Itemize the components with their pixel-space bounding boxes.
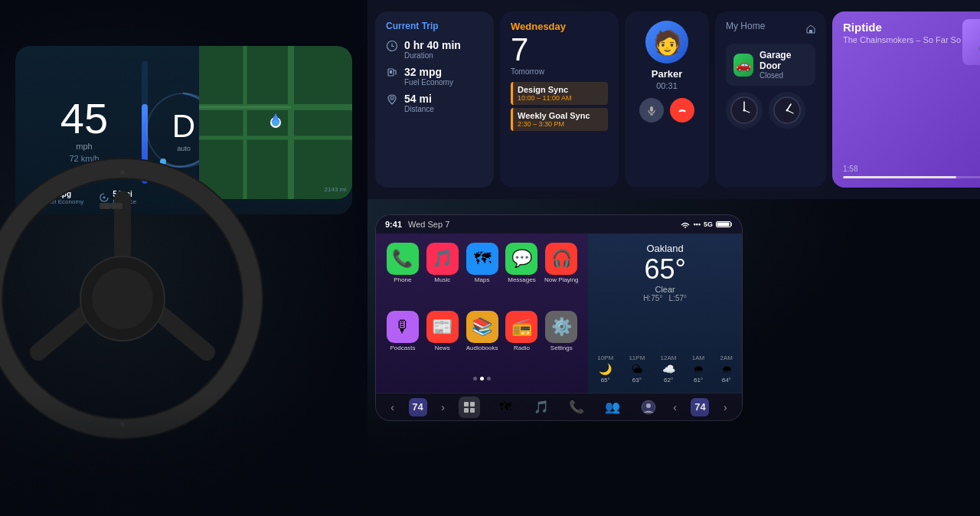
app-icon-img-phone: 📞	[387, 243, 419, 275]
weather-city: Oakland	[597, 243, 733, 254]
calendar-event-2-name: Weekly Goal Sync	[518, 111, 603, 120]
status-date: Wed Sep 7	[408, 220, 449, 229]
forecast-temp: 62°	[664, 377, 673, 384]
app-icon-news[interactable]: 📰 News	[425, 311, 460, 374]
svg-rect-20	[100, 203, 111, 209]
page-dot-1	[473, 377, 477, 380]
speed-unit: mph	[76, 142, 92, 151]
clock-row	[726, 92, 815, 129]
end-call-icon	[677, 105, 688, 116]
forecast-icon: ☁️	[662, 363, 675, 375]
svg-rect-21	[111, 203, 122, 209]
music-progress-bar[interactable]	[843, 176, 980, 178]
status-icons: ▪▪▪ 5G	[681, 220, 733, 228]
svg-point-37	[743, 109, 746, 112]
forecast-10pm: 10PM 🌙 65°	[597, 354, 613, 384]
app-icon-maps[interactable]: 🗺 Maps	[465, 243, 500, 306]
calendar-day-name: Wednesday	[511, 21, 608, 32]
widget-home[interactable]: My Home 🚗 Garage Door Closed	[715, 11, 826, 188]
app-icon-img-music: 🎵	[426, 243, 459, 275]
app-icon-audiobooks[interactable]: 📚 Audiobooks	[465, 311, 500, 374]
page-dots	[385, 374, 579, 384]
app-icon-settings[interactable]: ⚙️ Settings	[544, 311, 579, 374]
svg-rect-30	[650, 106, 653, 112]
app-icon-now-playing[interactable]: 🎧 Now Playing	[544, 243, 579, 306]
app-icon-podcasts[interactable]: 🎙 Podcasts	[385, 311, 420, 374]
network-type: 5G	[704, 220, 713, 228]
calendar-event-2-time: 2:30 – 3:30 PM	[518, 120, 603, 128]
app-icon-phone[interactable]: 📞 Phone	[385, 243, 420, 306]
forecast-icon: 🌥	[632, 363, 642, 375]
music-artist: The Chainsmokers – So Far So Good	[843, 35, 980, 44]
call-controls	[639, 98, 694, 122]
trip-fuel-label: Fuel Economy	[404, 78, 453, 87]
trip-widget-title: Current Trip	[386, 21, 483, 31]
svg-point-22	[120, 170, 125, 175]
analog-clock-1	[726, 92, 763, 129]
garage-door-item[interactable]: 🚗 Garage Door Closed	[726, 44, 815, 86]
app-grid-container: 📞 Phone 🎵 Music 🗺 Maps 💬 Messages 🎧 Now …	[376, 234, 588, 393]
forecast-time: 12AM	[661, 354, 677, 361]
caller-avatar: 🧑	[645, 21, 688, 64]
app-icon-label-radio: Radio	[514, 345, 530, 351]
top-bar: Current Trip 0 hr 40 min Duration 32 mpg…	[368, 0, 980, 199]
analog-clock-2	[769, 92, 805, 129]
call-duration: 00:31	[656, 81, 678, 90]
weather-panel: Oakland 65° Clear H:75° L:57° 10PM 🌙 65°…	[588, 234, 742, 393]
app-icon-img-news: 📰	[426, 311, 459, 343]
calendar-event-2[interactable]: Weekly Goal Sync 2:30 – 3:30 PM	[511, 108, 608, 131]
forecast-temp: 65°	[601, 377, 610, 384]
carplay-screen-container[interactable]: 9:41 Wed Sep 7 ▪▪▪ 5G	[375, 214, 743, 421]
widget-music[interactable]: 🎵 Riptide The Chainsmokers – So Far So G…	[832, 11, 980, 188]
trip-duration-row: 0 hr 40 min Duration	[386, 39, 483, 60]
status-bar: 9:41 Wed Sep 7 ▪▪▪ 5G	[376, 215, 742, 234]
signal-bars: ▪▪▪	[693, 220, 701, 228]
app-icon-img-settings: ⚙️	[545, 311, 577, 343]
app-icon-label-messages: Messages	[508, 276, 535, 283]
app-icon-label-now playing: Now Playing	[544, 276, 578, 283]
widget-call[interactable]: 🧑 Parker 00:31	[625, 11, 709, 188]
widget-trip[interactable]: Current Trip 0 hr 40 min Duration 32 mpg…	[375, 11, 494, 188]
weather-condition: Clear	[597, 285, 733, 294]
music-progress-fill	[843, 176, 956, 178]
page-dot-2	[480, 377, 484, 380]
forecast-icon: 🌧	[721, 363, 732, 375]
status-time: 9:41	[385, 220, 402, 229]
calendar-event-1-time: 10:00 – 11:00 AM	[518, 94, 603, 102]
end-call-button[interactable]	[670, 98, 694, 122]
widget-calendar[interactable]: Wednesday 7 Tomorrow Design Sync 10:00 –…	[500, 11, 619, 188]
forecast-2am: 2AM 🌧 64°	[720, 354, 733, 384]
music-times: 1:58 -0:53	[843, 165, 980, 173]
app-icon-label-podcasts: Podcasts	[390, 345, 415, 351]
forecast-12am: 12AM ☁️ 62°	[661, 354, 677, 384]
svg-point-42	[684, 227, 686, 228]
odometer: 2143 mi	[325, 186, 346, 193]
forecast-time: 10PM	[597, 354, 613, 361]
garage-door-name: Garage Door	[760, 50, 808, 71]
music-progress: 1:58 -0:53	[843, 142, 980, 178]
app-icon-label-phone: Phone	[394, 276, 411, 283]
weather-high: H:75°	[643, 294, 662, 302]
trip-fuel-value: 32 mpg	[404, 66, 453, 78]
calendar-event-1-name: Design Sync	[518, 85, 603, 94]
forecast-icon: 🌙	[599, 363, 612, 375]
calendar-sub-label: Tomorrow	[511, 67, 608, 76]
speed-value: 45	[60, 97, 108, 140]
app-icon-music[interactable]: 🎵 Music	[425, 243, 460, 306]
page-dot-3	[487, 377, 491, 380]
app-icon-img-audiobooks: 📚	[466, 311, 498, 343]
wifi-icon	[681, 220, 690, 228]
calendar-event-1[interactable]: Design Sync 10:00 – 11:00 AM	[511, 82, 608, 105]
clock-icon	[386, 40, 398, 52]
mute-button[interactable]	[639, 98, 664, 122]
trip-duration-label: Duration	[404, 51, 461, 60]
music-title: Riptide	[843, 21, 980, 34]
app-icon-radio[interactable]: 📻 Radio	[505, 311, 540, 374]
app-icon-img-maps: 🗺	[466, 243, 498, 275]
app-icon-messages[interactable]: 💬 Messages	[505, 243, 540, 306]
forecast-icon: 🌧	[693, 363, 704, 375]
garage-door-status: Closed	[760, 71, 808, 80]
weather-forecast: 10PM 🌙 65° 11PM 🌥 63° 12AM ☁️ 62° 1AM 🌧 …	[597, 354, 733, 384]
calendar-day-number: 7	[511, 34, 608, 66]
home-icon	[806, 24, 815, 34]
